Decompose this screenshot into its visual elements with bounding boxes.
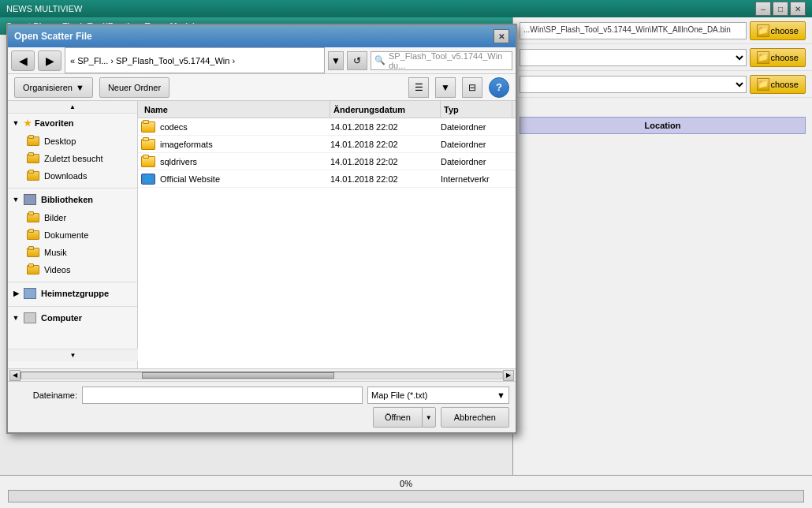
sidebar-divider-3 (8, 306, 137, 307)
right-panel: ...Win\SP_Flash_Tool_v5.1744_Win\MTK_All… (512, 17, 812, 508)
sidebar-item-desktop[interactable]: Desktop (8, 133, 137, 150)
expand-homegroup-icon: ▶ (11, 289, 20, 298)
bg-maximize-btn[interactable]: □ (773, 2, 788, 16)
sidebar-section-homegroup: ▶ Heimnetzgruppe (8, 284, 137, 303)
help-button[interactable]: ? (489, 77, 509, 98)
sidebar-header-computer[interactable]: ▼ Computer (8, 308, 137, 327)
sidebar-scroll-up[interactable]: ▲ (8, 101, 137, 114)
open-button-group: Öffnen ▼ (373, 407, 436, 428)
view-icon-2: ⊟ (468, 82, 476, 93)
videos-folder-icon (27, 265, 39, 275)
back-button[interactable]: ◀ (11, 50, 35, 71)
sidebar-item-downloads[interactable]: Downloads (8, 167, 137, 185)
search-box[interactable]: 🔍 SP_Flash_Tool_v5.1744_Win du... (371, 51, 512, 70)
images-folder-icon (27, 213, 39, 222)
choose-button-1[interactable]: 📁 choose (750, 21, 806, 40)
homegroup-icon (24, 288, 36, 299)
file-name-codecs: codecs (160, 122, 330, 132)
file-list: Name Änderungsdatum Typ codecs 14.01.201… (138, 101, 516, 368)
scroll-left-btn[interactable]: ◀ (9, 370, 20, 381)
view-button-1[interactable]: ☰ (408, 77, 429, 98)
file-row-0[interactable]: codecs 14.01.2018 22:02 Dateiordner (138, 118, 516, 136)
computer-icon (24, 312, 36, 323)
recent-label: Zuletzt besucht (44, 154, 103, 163)
organize-button[interactable]: Organisieren ▼ (14, 77, 93, 98)
star-icon: ★ (24, 118, 32, 129)
choose-button-3[interactable]: 📁 choose (750, 75, 806, 94)
folder-icon-sqldrivers (141, 156, 155, 167)
refresh-button[interactable]: ↺ (347, 51, 367, 70)
images-label: Bilder (44, 213, 66, 222)
bg-titlebar: NEWS MULTIVIEW – □ ✕ (0, 0, 812, 17)
dialog-close-btn[interactable]: ✕ (494, 29, 509, 43)
sidebar-item-documents[interactable]: Dokumente (8, 226, 137, 244)
column-header-date[interactable]: Änderungsdatum (330, 101, 441, 118)
dialog-titlebar: Open Scatter File ✕ (8, 25, 516, 47)
scroll-thumb[interactable] (142, 372, 334, 379)
sidebar-scroll-down[interactable]: ▼ (8, 349, 138, 361)
footer-buttons: Öffnen ▼ Abbrechen (14, 407, 509, 428)
sidebar-section-favorites: ▼ ★ Favoriten Desktop Zuletzt besucht Do… (8, 114, 137, 185)
select-input-3[interactable] (520, 76, 747, 93)
filetype-value: Map File (*.txt) (371, 390, 428, 400)
expand-favorites-icon: ▼ (11, 118, 20, 128)
view-button-dropdown[interactable]: ▼ (435, 77, 456, 98)
desktop-folder-icon (27, 136, 39, 146)
bg-close-btn[interactable]: ✕ (790, 2, 806, 16)
address-dropdown-btn[interactable]: ▼ (328, 51, 344, 70)
choose-button-2[interactable]: 📁 choose (750, 48, 806, 67)
file-row-3[interactable]: 🌐 Official Website 14.01.2018 22:02 Inte… (138, 170, 516, 188)
sidebar-item-music[interactable]: Musik (8, 244, 137, 261)
choose-row-2: 📁 choose (513, 44, 812, 71)
toolbar: Organisieren ▼ Neuer Ordner ☰ ▼ ⊟ ? (8, 74, 516, 101)
file-row-2[interactable]: sqldrivers 14.01.2018 22:02 Dateiordner (138, 153, 516, 170)
open-button-arrow[interactable]: ▼ (422, 407, 436, 428)
cancel-button[interactable]: Abbrechen (441, 407, 509, 428)
music-label: Musik (44, 248, 67, 257)
file-type-imageformats: Dateiordner (441, 140, 512, 149)
path-input-1[interactable]: ...Win\SP_Flash_Tool_v5.1744_Win\MTK_All… (520, 22, 747, 39)
select-input-2[interactable] (520, 49, 747, 66)
sidebar-header-homegroup[interactable]: ▶ Heimnetzgruppe (8, 284, 137, 303)
documents-label: Dokumente (44, 230, 88, 240)
column-header-type[interactable]: Typ (441, 101, 512, 118)
videos-label: Videos (44, 265, 70, 275)
homegroup-label: Heimnetzgruppe (41, 289, 109, 298)
open-button[interactable]: Öffnen (373, 407, 422, 428)
search-icon: 🔍 (374, 55, 386, 65)
computer-label: Computer (41, 313, 82, 323)
sidebar-item-recent[interactable]: Zuletzt besucht (8, 150, 137, 167)
bg-minimize-btn[interactable]: – (755, 2, 771, 16)
forward-button[interactable]: ▶ (38, 50, 61, 71)
file-row-1[interactable]: imageformats 14.01.2018 22:02 Dateiordne… (138, 136, 516, 153)
view-button-2[interactable]: ⊟ (462, 77, 482, 98)
view-icon-1: ☰ (415, 82, 423, 93)
view-dropdown-icon: ▼ (441, 82, 450, 93)
web-icon-official: 🌐 (141, 174, 155, 185)
address-breadcrumb[interactable]: « SP_Fl... › SP_Flash_Tool_v5.1744_Win › (65, 47, 325, 73)
file-name-official: Official Website (160, 174, 330, 184)
back-icon: ◀ (19, 54, 28, 67)
sidebar-item-videos[interactable]: Videos (8, 261, 137, 278)
sidebar-header-libraries[interactable]: ▼ Bibliotheken (8, 190, 137, 209)
scroll-track[interactable] (20, 372, 503, 379)
folder-open-icon-2: 📁 (757, 51, 769, 64)
folder-icon-imageformats (141, 139, 155, 150)
sidebar-divider-1 (8, 188, 137, 189)
progress-area: 0% (0, 475, 812, 508)
sidebar-item-images[interactable]: Bilder (8, 209, 137, 226)
scroll-right-btn[interactable]: ▶ (503, 370, 514, 381)
progress-label: 0% (0, 476, 812, 488)
filename-input[interactable] (82, 387, 363, 404)
file-date-imageformats: 14.01.2018 22:02 (330, 140, 441, 149)
sidebar-header-favorites[interactable]: ▼ ★ Favoriten (8, 114, 137, 133)
filetype-dropdown[interactable]: Map File (*.txt) ▼ (367, 387, 509, 404)
folder-icon-codecs (141, 121, 155, 133)
sidebar-divider-2 (8, 282, 137, 282)
column-header-name[interactable]: Name (141, 101, 330, 118)
file-dialog: Open Scatter File ✕ ◀ ▶ « SP_Fl... › SP_… (6, 24, 517, 434)
organize-arrow-icon: ▼ (76, 83, 84, 92)
new-folder-button[interactable]: Neuer Ordner (99, 77, 169, 98)
col-type-label: Typ (444, 105, 459, 114)
dialog-controls: ✕ (494, 29, 509, 43)
